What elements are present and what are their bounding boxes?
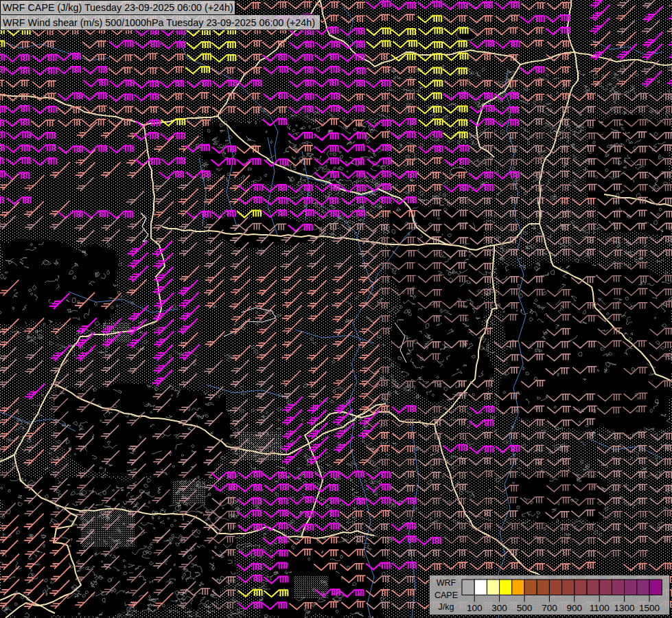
svg-text:1100: 1100: [590, 603, 610, 613]
svg-text:100: 100: [467, 603, 483, 613]
svg-text:WRF CAPE (J/kg) Tuesday 23-09-: WRF CAPE (J/kg) Tuesday 23-09-2025 06:00…: [3, 2, 233, 13]
svg-text:300: 300: [491, 603, 507, 613]
svg-text:700: 700: [542, 603, 557, 613]
svg-text:900: 900: [567, 603, 583, 613]
svg-text:J/kg: J/kg: [439, 602, 454, 612]
svg-text:500: 500: [517, 603, 533, 613]
svg-text:WRF: WRF: [437, 578, 456, 588]
svg-text:WRF Wind shear (m/s) 500/1000h: WRF Wind shear (m/s) 500/1000hPa Tuesday…: [3, 17, 315, 28]
svg-text:1500: 1500: [639, 603, 660, 613]
svg-text:1300: 1300: [614, 603, 635, 613]
svg-text:CAPE: CAPE: [435, 591, 458, 600]
